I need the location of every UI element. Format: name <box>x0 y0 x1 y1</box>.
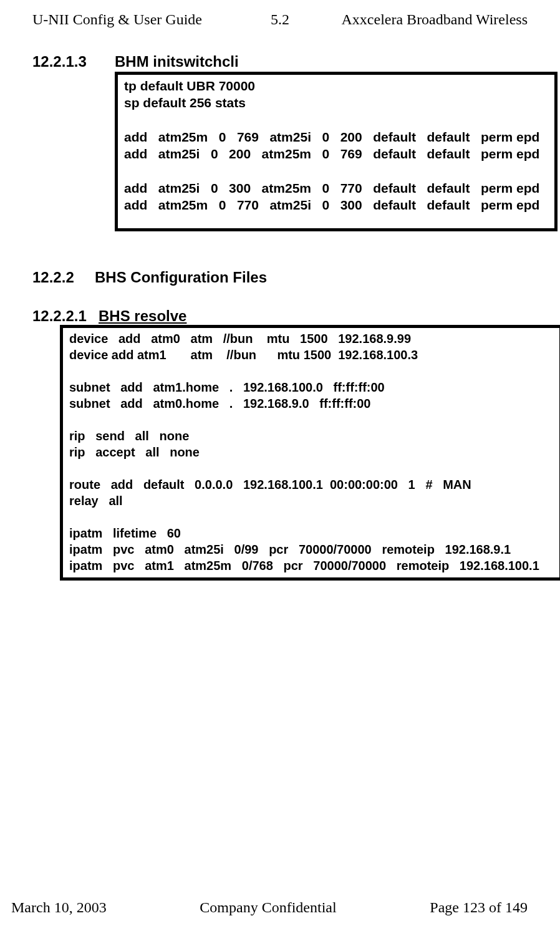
page-header: U-NII Config & User Guide 5.2 Axxcelera … <box>32 11 528 28</box>
header-center: 5.2 <box>271 11 289 28</box>
code-block-bhm-initswitchcli: tp default UBR 70000 sp default 256 stat… <box>115 72 558 231</box>
heading-12-2-2-1: 12.2.2.1 BHS resolve <box>32 307 528 325</box>
footer-page-number: Page 123 of 149 <box>430 899 528 916</box>
heading-title: BHS resolve <box>99 307 186 325</box>
code-block-bhs-resolve: device add atm0 atm //bun mtu 1500 192.1… <box>60 325 560 581</box>
footer-date: March 10, 2003 <box>11 899 107 916</box>
page-footer: March 10, 2003 Company Confidential Page… <box>0 899 560 916</box>
footer-confidential: Company Confidential <box>200 899 336 916</box>
heading-12-2-1-3: 12.2.1.3 BHM initswitchcli <box>32 53 528 70</box>
header-right: Axxcelera Broadband Wireless <box>342 11 528 28</box>
heading-12-2-2: 12.2.2 BHS Configuration Files <box>32 269 528 286</box>
heading-number: 12.2.1.3 <box>32 53 115 70</box>
heading-number: 12.2.2 <box>32 269 95 286</box>
heading-number: 12.2.2.1 <box>32 307 99 325</box>
header-left: U-NII Config & User Guide <box>32 11 202 28</box>
heading-title: BHS Configuration Files <box>95 269 267 286</box>
heading-title: BHM initswitchcli <box>115 53 239 70</box>
